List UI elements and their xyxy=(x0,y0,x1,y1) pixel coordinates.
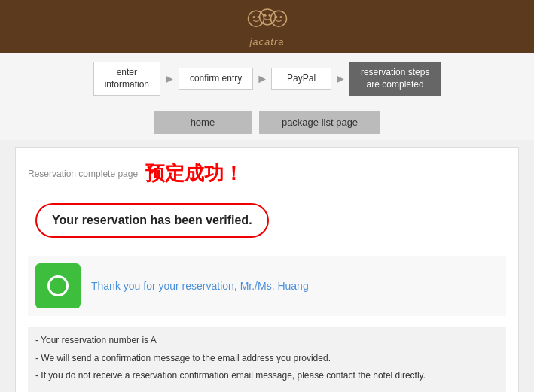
info-line-2: - We will send a confirmation message to… xyxy=(35,351,499,367)
home-button[interactable]: home xyxy=(154,111,252,134)
main-content: Reservation complete page 预定成功！ Your res… xyxy=(15,147,519,392)
header: jacatra xyxy=(0,0,534,53)
step-paypal: PayPal xyxy=(271,68,331,90)
steps-bar: enterinformation ► confirm entry ► PayPa… xyxy=(0,53,534,105)
arrow-1: ► xyxy=(163,72,175,86)
logo-icon xyxy=(245,6,290,36)
nav-buttons: home package list page xyxy=(0,105,534,140)
svg-point-0 xyxy=(248,11,264,26)
thank-you-text: Thank you for your reservation, Mr./Ms. … xyxy=(91,280,309,292)
svg-point-5 xyxy=(264,14,266,16)
svg-point-1 xyxy=(259,8,275,24)
svg-point-7 xyxy=(275,15,277,17)
step-completed: reservation stepsare completed xyxy=(349,62,441,96)
info-line-1: - Your reservation number is A xyxy=(35,333,499,349)
svg-point-6 xyxy=(268,14,270,16)
circle-icon xyxy=(47,275,69,296)
verified-box: Your reservation has been verified. xyxy=(35,203,269,238)
section-label: Reservation complete page xyxy=(28,169,138,179)
arrow-3: ► xyxy=(334,72,346,86)
svg-point-8 xyxy=(279,15,282,17)
step-confirm-entry: confirm entry xyxy=(179,68,253,90)
green-circle-box xyxy=(35,263,81,308)
svg-point-4 xyxy=(257,15,259,17)
info-line-3: - If you do not receive a reservation co… xyxy=(35,368,499,384)
arrow-2: ► xyxy=(256,72,268,86)
logo-text: jacatra xyxy=(249,36,284,47)
verified-text: Your reservation has been verified. xyxy=(52,214,252,226)
package-list-button[interactable]: package list page xyxy=(259,111,380,134)
step-enter-info: enterinformation xyxy=(93,62,160,96)
svg-point-2 xyxy=(270,11,286,26)
logo-area: jacatra xyxy=(245,6,290,47)
info-list: - Your reservation number is A - We will… xyxy=(28,327,506,392)
svg-point-3 xyxy=(252,15,255,17)
thank-you-row: Thank you for your reservation, Mr./Ms. … xyxy=(28,256,506,316)
success-title: 预定成功！ xyxy=(145,160,243,187)
